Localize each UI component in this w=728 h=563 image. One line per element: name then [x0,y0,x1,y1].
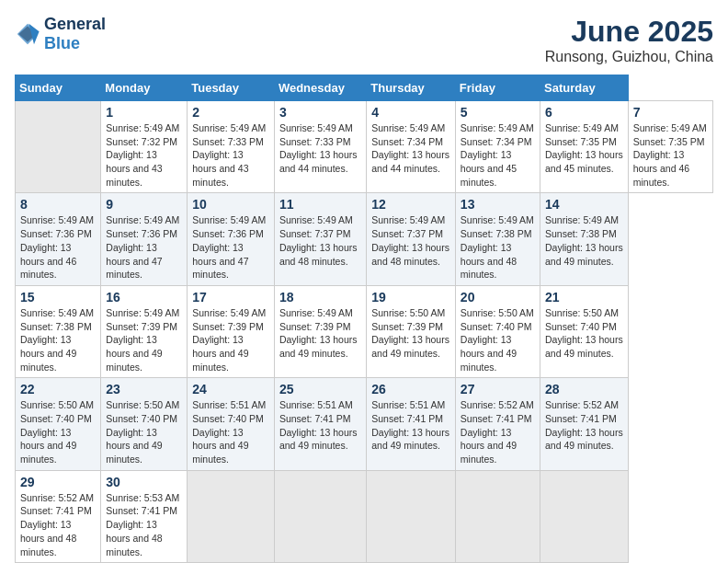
day-info: Sunrise: 5:50 AMSunset: 7:40 PMDaylight:… [106,398,182,465]
calendar-cell: 21Sunrise: 5:50 AMSunset: 7:40 PMDayligh… [540,285,629,377]
day-number: 22 [20,382,96,396]
calendar-cell: 11Sunrise: 5:49 AMSunset: 7:37 PMDayligh… [274,193,366,285]
calendar-cell: 4Sunrise: 5:49 AMSunset: 7:34 PMDaylight… [367,101,456,193]
day-info: Sunrise: 5:49 AMSunset: 7:35 PMDaylight:… [545,121,623,176]
day-info: Sunrise: 5:49 AMSunset: 7:33 PMDaylight:… [192,121,269,189]
day-info: Sunrise: 5:49 AMSunset: 7:37 PMDaylight:… [279,213,361,268]
calendar-cell: 12Sunrise: 5:49 AMSunset: 7:37 PMDayligh… [367,193,456,285]
calendar-cell: 7Sunrise: 5:49 AMSunset: 7:35 PMDaylight… [628,101,712,193]
day-info: Sunrise: 5:49 AMSunset: 7:38 PMDaylight:… [461,213,535,281]
day-info: Sunrise: 5:51 AMSunset: 7:40 PMDaylight:… [192,398,269,465]
calendar-cell: 8Sunrise: 5:49 AMSunset: 7:36 PMDaylight… [16,193,101,285]
calendar-cell: 5Sunrise: 5:49 AMSunset: 7:34 PMDaylight… [455,101,540,193]
calendar-cell: 16Sunrise: 5:49 AMSunset: 7:39 PMDayligh… [101,285,188,377]
day-number: 6 [545,105,623,120]
calendar-cell [274,470,366,562]
calendar-cell: 15Sunrise: 5:49 AMSunset: 7:38 PMDayligh… [16,285,101,377]
calendar-cell: 20Sunrise: 5:50 AMSunset: 7:40 PMDayligh… [455,285,540,377]
calendar-cell: 30Sunrise: 5:53 AMSunset: 7:41 PMDayligh… [101,470,188,562]
day-info: Sunrise: 5:52 AMSunset: 7:41 PMDaylight:… [20,491,96,558]
calendar-cell: 28Sunrise: 5:52 AMSunset: 7:41 PMDayligh… [540,378,629,470]
calendar-cell: 14Sunrise: 5:49 AMSunset: 7:38 PMDayligh… [540,193,629,285]
calendar-cell: 10Sunrise: 5:49 AMSunset: 7:36 PMDayligh… [188,193,275,285]
weekday-header: Saturday [540,75,629,101]
logo-blue: Blue [44,34,80,52]
weekday-header: Thursday [367,75,456,101]
day-info: Sunrise: 5:49 AMSunset: 7:37 PMDaylight:… [371,213,450,268]
logo-general: General [44,15,106,33]
day-number: 24 [192,382,269,396]
day-number: 15 [20,290,96,304]
day-info: Sunrise: 5:49 AMSunset: 7:36 PMDaylight:… [20,213,96,281]
day-number: 26 [371,382,450,396]
day-number: 2 [192,105,269,120]
calendar-week-row: 15Sunrise: 5:49 AMSunset: 7:38 PMDayligh… [16,285,713,377]
day-number: 21 [545,290,623,304]
calendar-cell [367,470,456,562]
day-number: 13 [461,197,535,212]
calendar-table: SundayMondayTuesdayWednesdayThursdayFrid… [15,75,713,563]
day-info: Sunrise: 5:53 AMSunset: 7:41 PMDaylight:… [106,491,182,558]
day-number: 12 [371,197,450,212]
calendar-cell: 9Sunrise: 5:49 AMSunset: 7:36 PMDaylight… [101,193,188,285]
day-info: Sunrise: 5:49 AMSunset: 7:36 PMDaylight:… [106,213,182,281]
weekday-header: Tuesday [188,75,275,101]
calendar-cell: 17Sunrise: 5:49 AMSunset: 7:39 PMDayligh… [188,285,275,377]
calendar-week-row: 8Sunrise: 5:49 AMSunset: 7:36 PMDaylight… [16,193,713,285]
calendar-cell [188,470,275,562]
weekday-header-row: SundayMondayTuesdayWednesdayThursdayFrid… [16,75,713,101]
day-number: 3 [279,105,361,120]
calendar-week-row: 1Sunrise: 5:49 AMSunset: 7:32 PMDaylight… [16,101,713,193]
day-info: Sunrise: 5:49 AMSunset: 7:34 PMDaylight:… [461,121,535,189]
day-info: Sunrise: 5:50 AMSunset: 7:40 PMDaylight:… [545,306,623,361]
calendar-week-row: 22Sunrise: 5:50 AMSunset: 7:40 PMDayligh… [16,378,713,470]
day-number: 18 [279,290,361,304]
day-info: Sunrise: 5:50 AMSunset: 7:40 PMDaylight:… [20,398,96,465]
day-info: Sunrise: 5:49 AMSunset: 7:38 PMDaylight:… [20,306,96,373]
day-number: 4 [371,105,450,120]
day-number: 11 [279,197,361,212]
calendar-cell: 1Sunrise: 5:49 AMSunset: 7:32 PMDaylight… [101,101,188,193]
weekday-header: Wednesday [274,75,366,101]
day-number: 17 [192,290,269,304]
weekday-header: Friday [455,75,540,101]
day-number: 25 [279,382,361,396]
day-info: Sunrise: 5:49 AMSunset: 7:39 PMDaylight:… [106,306,182,373]
calendar-cell: 18Sunrise: 5:49 AMSunset: 7:39 PMDayligh… [274,285,366,377]
day-info: Sunrise: 5:52 AMSunset: 7:41 PMDaylight:… [545,398,623,453]
day-info: Sunrise: 5:49 AMSunset: 7:32 PMDaylight:… [106,121,182,189]
calendar-cell: 27Sunrise: 5:52 AMSunset: 7:41 PMDayligh… [455,378,540,470]
day-info: Sunrise: 5:50 AMSunset: 7:39 PMDaylight:… [371,306,450,361]
day-info: Sunrise: 5:52 AMSunset: 7:41 PMDaylight:… [461,398,535,465]
day-info: Sunrise: 5:51 AMSunset: 7:41 PMDaylight:… [279,398,361,453]
calendar-cell: 22Sunrise: 5:50 AMSunset: 7:40 PMDayligh… [16,378,101,470]
day-number: 23 [106,382,182,396]
day-number: 20 [461,290,535,304]
calendar-cell: 26Sunrise: 5:51 AMSunset: 7:41 PMDayligh… [367,378,456,470]
calendar-cell [540,470,629,562]
calendar-cell: 3Sunrise: 5:49 AMSunset: 7:33 PMDaylight… [274,101,366,193]
day-number: 30 [106,475,182,489]
day-info: Sunrise: 5:49 AMSunset: 7:39 PMDaylight:… [279,306,361,361]
logo-icon [15,21,40,47]
logo: General Blue [15,15,106,53]
logo-text: General Blue [44,15,106,53]
calendar-cell: 19Sunrise: 5:50 AMSunset: 7:39 PMDayligh… [367,285,456,377]
calendar-cell [16,101,101,193]
calendar-cell: 2Sunrise: 5:49 AMSunset: 7:33 PMDaylight… [188,101,275,193]
day-info: Sunrise: 5:49 AMSunset: 7:34 PMDaylight:… [371,121,450,176]
day-number: 1 [106,105,182,120]
day-number: 27 [461,382,535,396]
calendar-cell: 23Sunrise: 5:50 AMSunset: 7:40 PMDayligh… [101,378,188,470]
month-title: June 2025 [545,15,713,49]
day-info: Sunrise: 5:49 AMSunset: 7:39 PMDaylight:… [192,306,269,373]
day-info: Sunrise: 5:49 AMSunset: 7:35 PMDaylight:… [633,121,708,189]
calendar-cell [455,470,540,562]
day-number: 28 [545,382,623,396]
day-number: 9 [106,197,182,212]
day-number: 7 [633,105,708,120]
day-number: 16 [106,290,182,304]
day-info: Sunrise: 5:51 AMSunset: 7:41 PMDaylight:… [371,398,450,453]
title-area: June 2025 Runsong, Guizhou, China [545,15,713,65]
day-info: Sunrise: 5:50 AMSunset: 7:40 PMDaylight:… [461,306,535,373]
